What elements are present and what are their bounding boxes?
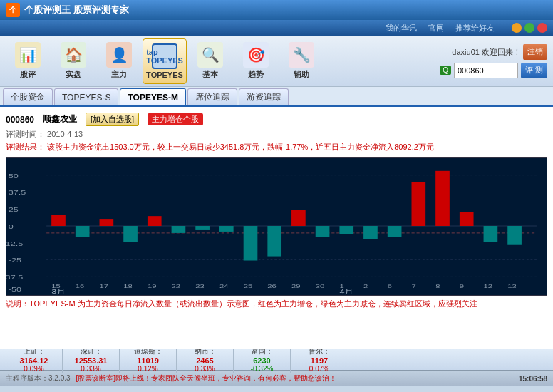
tab-gegu[interactable]: 个股资金 [3, 88, 53, 105]
svg-rect-20 [172, 226, 186, 233]
svg-text:50: 50 [9, 172, 19, 179]
close-button[interactable] [537, 23, 547, 33]
toolbar-item-jiben[interactable]: 🔍 基本 [188, 38, 232, 84]
svg-rect-23 [244, 226, 258, 260]
stock-search-input[interactable] [454, 63, 518, 78]
svg-rect-17 [100, 219, 114, 226]
status-puer: 普尔： 1197 0.07% [291, 346, 348, 373]
nav-link-my[interactable]: 我的华讯 [386, 23, 417, 33]
fuzhu-icon: 🔧 [289, 42, 314, 68]
svg-text:19: 19 [148, 282, 156, 289]
svg-text:4月: 4月 [339, 287, 353, 294]
search-button[interactable]: 评 测 [521, 63, 547, 78]
bottom-message: [股票诊断室]即将上线！专家团队全天候坐班，专业咨询，有何必客，帮助您诊治！ [76, 373, 513, 383]
jiben-icon: 🔍 [197, 42, 223, 68]
svg-rect-22 [219, 226, 234, 232]
svg-text:22: 22 [172, 282, 180, 289]
svg-text:24: 24 [219, 282, 229, 289]
minimize-button[interactable] [512, 23, 522, 33]
svg-rect-21 [195, 226, 210, 230]
svg-rect-29 [388, 226, 402, 237]
add-to-favorites-button[interactable]: [加入自选股] [86, 113, 139, 126]
gupiao-icon: 📊 [15, 42, 41, 68]
status-fuguo: 富国： 6230 -0.32% [234, 346, 291, 373]
chart-container: 50 37.5 25 0 -12.5 -25 -37.5 -50 [6, 157, 547, 296]
main-tag: 主力增仓个股 [148, 113, 203, 125]
fuzhu-label: 辅助 [294, 69, 309, 80]
svg-rect-28 [363, 226, 378, 239]
toolbar-item-qushi[interactable]: 🎯 趋势 [234, 38, 278, 84]
search-row: Q 评 测 [440, 63, 547, 78]
svg-text:30: 30 [316, 282, 325, 289]
status-value-3: 2465 [196, 356, 213, 365]
svg-text:12: 12 [484, 282, 492, 289]
chart-note-suffix: 连续卖红区域，应强烈关注 [383, 299, 477, 308]
svg-rect-34 [507, 226, 522, 245]
svg-rect-27 [339, 226, 353, 234]
maximize-button[interactable] [524, 23, 534, 33]
title-bar: 个 个股评测王 股票评测专家 [0, 0, 553, 20]
status-change-4: -0.32% [251, 365, 274, 373]
toolbar-item-gupiao[interactable]: 📊 股评 [6, 38, 50, 84]
svg-text:37.5: 37.5 [9, 189, 26, 196]
user-greeting: daxiu01 欢迎回来！ [452, 47, 521, 56]
stock-header: 000860 顺鑫农业 [加入自选股] 主力增仓个股 [6, 110, 547, 129]
tab-bar: 个股资金 TOPEYES-S TOPEYES-M 席位追踪 游资追踪 [0, 87, 553, 107]
status-shenzheng: 深证： 12553.31 0.33% [63, 346, 120, 373]
eval-result-text: 该股主力资金流出1503.0万元，较上一交易日减少3451.8万元，跌幅-1.7… [47, 143, 434, 151]
shipan-icon: 🏠 [61, 42, 86, 68]
svg-text:3月: 3月 [51, 287, 66, 294]
svg-rect-30 [412, 182, 426, 225]
status-value-1: 12553.31 [75, 356, 108, 365]
status-daojiones: 道琼斯： 11019 0.12% [120, 346, 177, 373]
window-controls [512, 23, 547, 33]
topeyes-label: TOPEYES [146, 71, 183, 79]
svg-text:8: 8 [435, 282, 440, 289]
toolbar-item-zhuli[interactable]: 👤 主力 [97, 38, 141, 84]
svg-text:9: 9 [460, 282, 464, 289]
status-change-2: 0.12% [138, 365, 157, 373]
status-change-3: 0.33% [195, 365, 215, 373]
svg-text:29: 29 [291, 282, 300, 289]
toolbar: 📊 股评 🏠 实盘 👤 主力 tapTOPEYES TOPEYES 🔍 基本 🎯… [0, 36, 553, 87]
status-value-0: 3164.12 [20, 356, 48, 365]
app-title: 个股评测王 股票评测专家 [24, 4, 129, 16]
svg-rect-31 [435, 170, 450, 225]
top-nav: 我的华讯 官网 推荐给好友 [0, 20, 553, 36]
status-bar: 上证： 3164.12 0.09% 深证： 12553.31 0.33% 道琼斯… [0, 349, 553, 371]
zhuli-icon: 👤 [106, 42, 132, 68]
stock-name: 顺鑫农业 [43, 113, 77, 125]
qushi-label: 趋势 [248, 69, 264, 80]
svg-rect-24 [267, 226, 281, 257]
svg-rect-26 [316, 226, 330, 237]
svg-rect-33 [484, 226, 498, 242]
logout-button[interactable]: 注销 [523, 44, 547, 60]
status-value-2: 11019 [137, 356, 159, 365]
toolbar-item-shipan[interactable]: 🏠 实盘 [51, 38, 95, 84]
svg-rect-19 [148, 216, 162, 226]
svg-text:-50: -50 [9, 285, 21, 292]
tab-jupiao[interactable]: 席位追踪 [187, 88, 237, 105]
toolbar-item-topeyes[interactable]: tapTOPEYES TOPEYES [143, 38, 187, 84]
svg-text:18: 18 [123, 282, 132, 289]
svg-rect-15 [51, 215, 66, 226]
tab-youzi[interactable]: 游资追踪 [239, 88, 289, 105]
chart-svg: 50 37.5 25 0 -12.5 -25 -37.5 -50 [6, 158, 547, 295]
svg-text:13: 13 [507, 282, 516, 289]
eval-time-label: 评测时间： [6, 130, 45, 138]
svg-rect-18 [123, 226, 138, 242]
svg-text:16: 16 [76, 282, 84, 289]
svg-text:6: 6 [388, 282, 392, 289]
svg-text:-37.5: -37.5 [6, 274, 23, 281]
nav-link-recommend[interactable]: 推荐给好友 [455, 23, 495, 33]
svg-text:17: 17 [100, 282, 108, 289]
bottom-time: 15:06:58 [519, 375, 547, 383]
eval-result: 评测结果： 该股主力资金流出1503.0万元，较上一交易日减少3451.8万元，… [6, 141, 547, 154]
tab-topeyes-s[interactable]: TOPEYES-S [54, 88, 118, 105]
svg-rect-16 [76, 226, 90, 237]
svg-text:2: 2 [363, 282, 368, 289]
tab-topeyes-m[interactable]: TOPEYES-M [120, 88, 185, 105]
toolbar-item-fuzhu[interactable]: 🔧 辅助 [279, 38, 324, 84]
content-wrapper: 000860 顺鑫农业 [加入自选股] 主力增仓个股 评测时间： 2010-4-… [0, 107, 553, 349]
nav-link-official[interactable]: 官网 [428, 23, 444, 33]
